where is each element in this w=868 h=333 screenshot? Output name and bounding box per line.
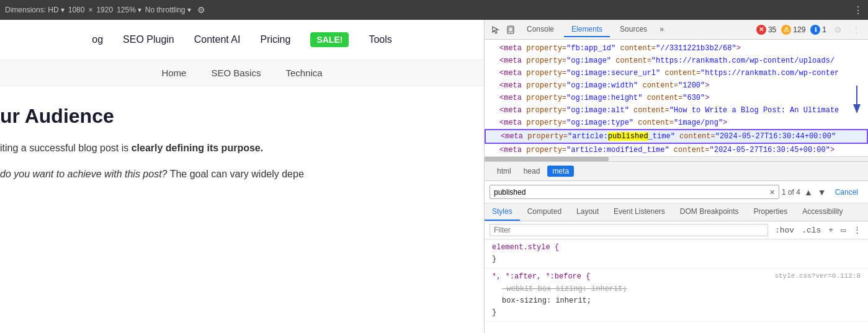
new-rule-icon[interactable]: ▭: [839, 224, 848, 236]
tab-sources[interactable]: Sources: [612, 22, 655, 37]
sub-nav-seo-basics[interactable]: SEO Basics: [211, 68, 261, 78]
source-line-7: <meta property="og:image:type" content="…: [485, 117, 868, 129]
cross-symbol: ×: [88, 6, 92, 14]
styles-panel: :hov .cls + ▭ ⋮ element.style { } style.…: [485, 221, 868, 333]
info-count-badge: ℹ 1: [810, 25, 826, 35]
width-display: 1080: [68, 6, 85, 14]
style-selector: element.style {: [492, 243, 559, 252]
throttling-selector[interactable]: No throttling ▾: [145, 6, 191, 14]
error-dot-blue: ℹ: [810, 25, 820, 35]
breadcrumb-meta[interactable]: meta: [547, 166, 574, 177]
browser-toolbar: Dimensions: HD ▾ 1080 × 1920 125% ▾ No t…: [0, 0, 868, 20]
nav-pricing[interactable]: Pricing: [260, 34, 290, 45]
filter-input[interactable]: [490, 224, 768, 236]
source-line-2: <meta property="og:image" content="https…: [485, 55, 868, 67]
tab-properties[interactable]: Properties: [746, 203, 795, 221]
tab-computed[interactable]: Computed: [520, 203, 569, 221]
chevron-down-icon: ▾: [187, 6, 191, 14]
source-line-9: <meta property="article:modified_time" c…: [485, 144, 868, 156]
nav-sale-badge[interactable]: SALE!: [310, 32, 349, 47]
search-clear-icon[interactable]: ✕: [769, 187, 774, 197]
tab-console[interactable]: Console: [519, 22, 562, 37]
nav-tools[interactable]: Tools: [369, 34, 391, 45]
settings-icon[interactable]: ⚙: [831, 24, 844, 36]
source-code-view: <meta property="fb:app_id" content="//33…: [485, 40, 868, 156]
height-display: 1920: [96, 6, 113, 14]
main-area: og SEO Plugin Content AI Pricing SALE! T…: [0, 20, 868, 333]
breadcrumb-bar: html head meta: [485, 161, 868, 181]
tab-elements[interactable]: Elements: [564, 22, 610, 37]
tab-accessibility[interactable]: Accessibility: [795, 203, 850, 221]
more-tabs-icon[interactable]: »: [657, 25, 666, 34]
style-source: style.css?ver=0.112:8: [774, 271, 861, 282]
search-prev-button[interactable]: ▲: [803, 186, 814, 198]
source-line-1: <meta property="fb:app_id" content="//33…: [485, 42, 868, 55]
error-dot-red: ✕: [756, 25, 766, 35]
device-icon[interactable]: [504, 24, 517, 36]
svg-marker-5: [853, 104, 861, 113]
tab-dom-breakpoints[interactable]: DOM Breakpoints: [673, 203, 746, 221]
webpage-preview: og SEO Plugin Content AI Pricing SALE! T…: [0, 20, 484, 333]
error-count-badge: ✕ 35: [756, 25, 776, 35]
paragraph-1-bold: clearly defining its purpose.: [132, 143, 264, 153]
nav-seo-plugin[interactable]: SEO Plugin: [123, 34, 174, 45]
devtools-more-icon[interactable]: ⋮: [849, 24, 863, 36]
dimensions-label: Dimensions: HD: [5, 6, 59, 14]
cursor-icon[interactable]: [490, 24, 502, 36]
paragraph-2-italic: do you want to achieve with this post?: [0, 169, 168, 179]
source-line-6: <meta property="og:image:alt" content="H…: [485, 104, 868, 117]
search-cancel-button[interactable]: Cancel: [830, 188, 863, 197]
search-count: 1 of 4: [782, 188, 800, 197]
breadcrumb-html[interactable]: html: [492, 166, 516, 177]
search-bar: ✕ 1 of 4 ▲ ▼ Cancel: [485, 181, 868, 203]
sub-navigation: Home SEO Basics Technica: [0, 60, 484, 86]
content-paragraph-2: do you want to achieve with this post? T…: [0, 166, 478, 182]
source-line-3: <meta property="og:image:secure_url" con…: [485, 67, 868, 79]
more-style-icon[interactable]: ⋮: [851, 224, 863, 236]
panel-tabs: Styles Computed Layout Event Listeners D…: [485, 203, 868, 221]
more-options-icon[interactable]: ⋮: [853, 4, 863, 16]
filter-actions: :hov .cls + ▭ ⋮: [773, 224, 863, 236]
cls-button[interactable]: .cls: [800, 225, 823, 236]
svg-point-3: [510, 32, 511, 32]
breadcrumb-head[interactable]: head: [519, 166, 545, 177]
source-line-8-highlighted[interactable]: <meta property="article:published_time" …: [485, 129, 868, 144]
nav-content-ai[interactable]: Content AI: [194, 34, 241, 45]
search-next-button[interactable]: ▼: [817, 186, 828, 198]
universal-selector: *, *:after, *:before {: [492, 272, 590, 281]
network-conditions-icon[interactable]: ⚙: [195, 4, 208, 16]
content-heading: ur Audience: [0, 105, 478, 128]
content-area: ur Audience iting a successful blog post…: [0, 86, 484, 204]
dimensions-selector[interactable]: Dimensions: HD ▾: [5, 6, 65, 14]
element-style-rule: element.style { }: [485, 239, 868, 269]
sub-nav-home[interactable]: Home: [161, 68, 186, 78]
content-paragraph-1: iting a successful blog post is clearly …: [0, 140, 478, 156]
zoom-selector[interactable]: 125% ▾: [117, 6, 141, 14]
add-style-icon[interactable]: +: [826, 225, 835, 236]
scrollbar-thumb[interactable]: [485, 157, 609, 161]
webkit-box-sizing-prop: -webkit-box-sizing: inherit;: [492, 283, 861, 295]
hov-button[interactable]: :hov: [773, 225, 796, 236]
chevron-down-icon: ▾: [138, 6, 141, 14]
universal-style-rule: style.css?ver=0.112:8 *, *:after, *:befo…: [485, 269, 868, 322]
devtools-panel: Console Elements Sources » ✕ 35 ⚠ 129 ℹ: [484, 20, 868, 333]
devtools-errors: ✕ 35 ⚠ 129 ℹ 1 ⚙ ⋮: [756, 24, 863, 36]
logo-text[interactable]: og: [92, 34, 103, 45]
search-input-wrapper: ✕: [490, 185, 779, 199]
navigation-bar: og SEO Plugin Content AI Pricing SALE! T…: [0, 20, 484, 60]
horizontal-scrollbar[interactable]: [485, 156, 868, 161]
filter-row: :hov .cls + ▭ ⋮: [485, 221, 868, 239]
search-input[interactable]: [494, 188, 769, 197]
source-line-4: <meta property="og:image:width" content=…: [485, 79, 868, 92]
tab-event-listeners[interactable]: Event Listeners: [606, 203, 673, 221]
paragraph-2-rest: The goal can vary widely depe: [168, 169, 304, 179]
error-dot-yellow: ⚠: [781, 25, 791, 35]
paragraph-1-start: iting a successful blog post is: [0, 143, 132, 153]
tab-styles[interactable]: Styles: [485, 203, 520, 221]
sub-nav-technical[interactable]: Technica: [285, 68, 322, 78]
svg-marker-0: [493, 27, 498, 33]
chevron-down-icon: ▾: [61, 6, 65, 14]
box-sizing-prop: box-sizing: inherit;: [492, 295, 861, 307]
devtools-toolbar: Console Elements Sources » ✕ 35 ⚠ 129 ℹ: [485, 20, 868, 40]
tab-layout[interactable]: Layout: [569, 203, 606, 221]
